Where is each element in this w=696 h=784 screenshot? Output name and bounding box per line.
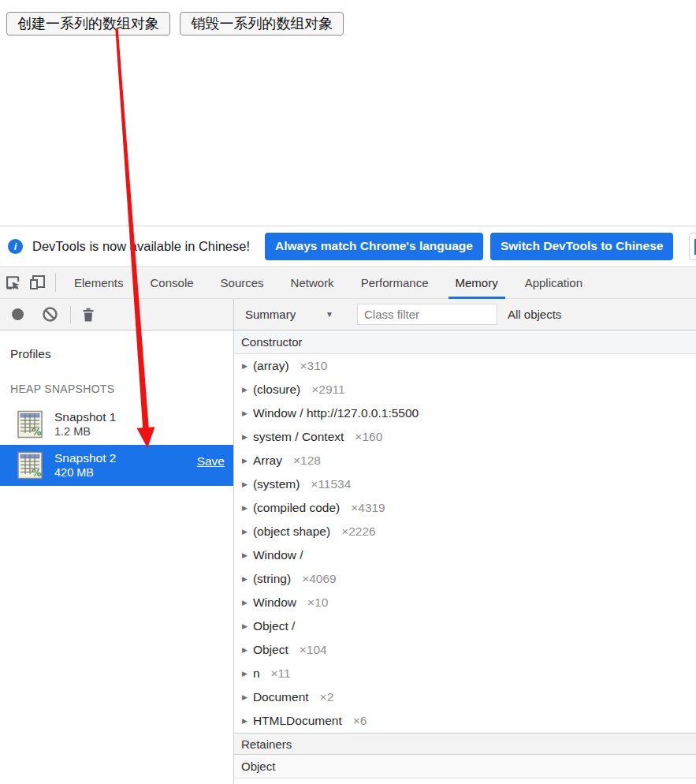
snapshot-name: Snapshot 1	[54, 409, 116, 424]
instance-count: ×2	[320, 690, 334, 704]
infobar-message: DevTools is now available in Chinese!	[32, 239, 250, 254]
constructor-row[interactable]: ▶Window /	[234, 543, 696, 567]
screen: 创建一系列的数组对象 销毁一系列的数组对象 i DevTools is now …	[0, 0, 696, 784]
expand-triangle-icon[interactable]: ▶	[242, 409, 248, 417]
instance-count: ×6	[353, 714, 367, 728]
object-scope-select[interactable]: All objects	[508, 308, 561, 321]
snapshot-2-item[interactable]: % Snapshot 2 420 MB Save	[0, 445, 233, 486]
devtools-infobar: i DevTools is now available in Chinese! …	[0, 226, 696, 267]
profiles-toolbar	[0, 299, 234, 330]
tab-console[interactable]: Console	[137, 267, 207, 299]
expand-triangle-icon[interactable]: ▶	[242, 599, 248, 607]
expand-triangle-icon[interactable]: ▶	[242, 693, 248, 701]
svg-text:%: %	[32, 467, 42, 479]
instance-count: ×11534	[311, 477, 351, 491]
instance-count: ×10	[307, 595, 328, 610]
constructor-row[interactable]: ▶HTMLDocument×6	[234, 709, 696, 733]
constructor-row[interactable]: ▶Object×104	[234, 638, 696, 662]
constructor-row[interactable]: ▶Array×128	[234, 449, 696, 472]
instance-count: ×2911	[311, 383, 344, 397]
heap-snapshot-icon: %	[15, 409, 45, 439]
cutoff-infobar-button[interactable]	[689, 233, 696, 260]
snapshot-size: 1.2 MB	[54, 424, 116, 439]
view-toolbar: Summary ▼ All objects	[234, 299, 696, 330]
snapshot-name: Snapshot 2	[54, 450, 116, 465]
devtools-panel: i DevTools is now available in Chinese! …	[0, 226, 696, 784]
save-snapshot-link[interactable]: Save	[197, 454, 225, 469]
tab-sources[interactable]: Sources	[207, 267, 277, 299]
expand-triangle-icon[interactable]: ▶	[242, 362, 248, 370]
constructor-row[interactable]: ▶Window×10	[234, 591, 696, 614]
expand-triangle-icon[interactable]: ▶	[242, 433, 248, 441]
expand-triangle-icon[interactable]: ▶	[242, 575, 248, 583]
expand-triangle-icon[interactable]: ▶	[242, 480, 248, 488]
instance-count: ×2226	[341, 525, 376, 539]
retainers-object-column-header[interactable]: Object	[234, 755, 696, 778]
constructor-row[interactable]: ▶(closure)×2911	[234, 378, 696, 401]
record-heap-snapshot-icon[interactable]	[12, 308, 24, 320]
device-toolbar-icon[interactable]	[25, 267, 50, 299]
instance-count: ×104	[300, 643, 327, 657]
heap-snapshot-icon: %	[15, 450, 45, 480]
constructor-name: Window	[253, 595, 296, 610]
constructor-row[interactable]: ▶Document×2	[234, 685, 696, 709]
tab-memory[interactable]: Memory	[442, 267, 512, 299]
constructor-row[interactable]: ▶n×11	[234, 662, 696, 685]
webpage-area: 创建一系列的数组对象 销毁一系列的数组对象	[0, 0, 696, 226]
clear-profiles-icon[interactable]	[43, 307, 58, 322]
expand-triangle-icon[interactable]: ▶	[242, 646, 248, 654]
constructor-name: (closure)	[253, 383, 300, 397]
constructor-row[interactable]: ▶(string)×4069	[234, 567, 696, 591]
expand-triangle-icon[interactable]: ▶	[242, 551, 248, 559]
constructor-row[interactable]: ▶Object /	[234, 614, 696, 638]
instance-count: ×128	[293, 454, 321, 468]
snapshot-size: 420 MB	[54, 465, 116, 480]
expand-triangle-icon[interactable]: ▶	[242, 717, 248, 725]
constructor-name: Window / http://127.0.0.1:5500	[253, 406, 419, 420]
devtools-tabbar: Elements Console Sources Network Perform…	[0, 267, 696, 299]
tab-application[interactable]: Application	[512, 267, 596, 299]
delete-profile-icon[interactable]	[81, 307, 95, 323]
tab-elements[interactable]: Elements	[61, 267, 137, 299]
constructor-name: Object /	[253, 619, 295, 633]
constructor-row[interactable]: ▶(object shape)×2226	[234, 520, 696, 543]
inspect-element-icon[interactable]	[0, 267, 25, 299]
heap-snapshots-header: HEAP SNAPSHOTS	[10, 383, 233, 395]
snapshot-1-item[interactable]: % Snapshot 1 1.2 MB	[0, 404, 233, 445]
constructor-row[interactable]: ▶system / Context×160	[234, 425, 696, 449]
always-match-language-button[interactable]: Always match Chrome's language	[265, 233, 483, 260]
instance-count: ×310	[300, 359, 328, 373]
constructor-name: Window /	[253, 548, 303, 562]
constructor-name: (system)	[253, 477, 300, 491]
constructor-row[interactable]: ▶(system)×11534	[234, 472, 696, 496]
profiles-title: Profiles	[10, 347, 233, 361]
expand-triangle-icon[interactable]: ▶	[242, 457, 248, 465]
tab-performance[interactable]: Performance	[348, 267, 442, 299]
expand-triangle-icon[interactable]: ▶	[242, 670, 248, 678]
retainers-section-header[interactable]: Retainers	[234, 733, 696, 755]
profiles-sidebar: Profiles HEAP SNAPSHOTS % Snapshot 1	[0, 330, 234, 784]
svg-text:%: %	[32, 426, 42, 438]
expand-triangle-icon[interactable]: ▶	[242, 386, 248, 394]
memory-content: Profiles HEAP SNAPSHOTS % Snapshot 1	[0, 330, 696, 784]
constructor-name: (string)	[253, 572, 291, 586]
constructor-name: Object	[253, 643, 288, 657]
expand-triangle-icon[interactable]: ▶	[242, 504, 248, 512]
constructor-name: system / Context	[253, 430, 344, 444]
constructor-list: ▶(array)×310 ▶(closure)×2911 ▶Window / h…	[234, 354, 696, 733]
class-filter-input[interactable]	[357, 304, 497, 325]
constructor-row[interactable]: ▶(compiled code)×4319	[234, 496, 696, 520]
instance-count: ×11	[271, 666, 291, 681]
perspective-value: Summary	[245, 308, 296, 321]
constructor-row[interactable]: ▶Window / http://127.0.0.1:5500	[234, 401, 696, 425]
expand-triangle-icon[interactable]: ▶	[242, 622, 248, 630]
perspective-select[interactable]: Summary ▼	[240, 308, 337, 321]
constructor-column-header[interactable]: Constructor	[234, 330, 696, 354]
tab-network[interactable]: Network	[277, 267, 348, 299]
switch-devtools-chinese-button[interactable]: Switch DevTools to Chinese	[490, 233, 673, 260]
constructor-row[interactable]: ▶(array)×310	[234, 354, 696, 378]
expand-triangle-icon[interactable]: ▶	[242, 528, 248, 536]
create-arrays-button[interactable]: 创建一系列的数组对象	[6, 12, 170, 35]
destroy-arrays-button[interactable]: 销毁一系列的数组对象	[180, 12, 344, 35]
constructor-name: Document	[253, 690, 309, 704]
